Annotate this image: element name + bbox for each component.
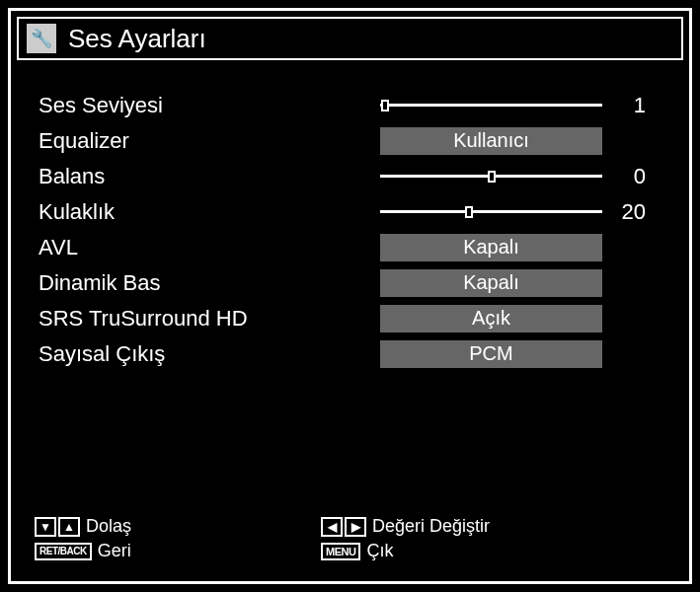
hint-exit-label: Çık — [366, 541, 393, 561]
sound-settings-icon: 🔧 — [27, 24, 56, 53]
title-bar: 🔧 Ses Ayarları — [17, 17, 683, 60]
down-arrow-icon: ▼ — [35, 517, 56, 537]
footer-hints: ▼ ▲ Dolaş RET/BACK Geri ◀ ▶ Değeri Değiş… — [35, 516, 665, 561]
menu-frame: 🔧 Ses Ayarları Ses Seviyesi 1 Equalizer … — [8, 8, 692, 584]
hint-exit: MENU Çık — [321, 541, 490, 561]
slider-thumb[interactable] — [465, 206, 473, 218]
hint-back-label: Geri — [98, 541, 131, 561]
row-equalizer[interactable]: Equalizer Kullanıcı — [35, 123, 665, 158]
row-headphone[interactable]: Kulaklık 20 — [35, 194, 665, 229]
row-srs[interactable]: SRS TruSurround HD Açık — [35, 301, 665, 335]
label-volume: Ses Seviyesi — [35, 93, 380, 118]
label-dynbass: Dinamik Bas — [35, 270, 380, 296]
value-balance: 0 — [602, 164, 652, 189]
slider-track — [380, 104, 602, 107]
page-title: Ses Ayarları — [68, 24, 206, 54]
slider-headphone[interactable] — [380, 210, 602, 213]
hint-change-label: Değeri Değiştir — [372, 516, 490, 537]
row-dynbass[interactable]: Dinamik Bas Kapalı — [35, 265, 665, 300]
hint-change: ◀ ▶ Değeri Değiştir — [321, 516, 490, 537]
up-arrow-icon: ▲ — [58, 517, 80, 537]
slider-balance[interactable] — [380, 175, 602, 178]
settings-list: Ses Seviyesi 1 Equalizer Kullanıcı Balan… — [17, 60, 683, 382]
row-balance[interactable]: Balans 0 — [35, 159, 665, 193]
option-dynbass[interactable]: Kapalı — [380, 269, 602, 297]
label-srs: SRS TruSurround HD — [35, 306, 380, 332]
value-headphone: 20 — [602, 199, 652, 225]
slider-thumb[interactable] — [488, 171, 496, 183]
retback-key-icon: RET/BACK — [35, 543, 92, 560]
option-avl[interactable]: Kapalı — [380, 234, 602, 261]
slider-volume[interactable] — [380, 104, 602, 107]
label-headphone: Kulaklık — [35, 199, 380, 225]
right-arrow-icon: ▶ — [345, 517, 366, 537]
slider-thumb[interactable] — [381, 100, 389, 111]
hint-navigate-label: Dolaş — [86, 516, 131, 537]
option-equalizer[interactable]: Kullanıcı — [380, 127, 602, 155]
left-arrow-icon: ◀ — [321, 517, 343, 537]
value-volume: 1 — [602, 93, 652, 118]
menu-key-icon: MENU — [321, 543, 360, 560]
label-digital: Sayısal Çıkış — [35, 341, 380, 367]
option-srs[interactable]: Açık — [380, 305, 602, 333]
option-digital[interactable]: PCM — [380, 340, 602, 368]
label-balance: Balans — [35, 164, 380, 189]
row-digital[interactable]: Sayısal Çıkış PCM — [35, 336, 665, 371]
hint-navigate: ▼ ▲ Dolaş — [35, 516, 321, 537]
slider-track — [380, 210, 602, 213]
hint-back: RET/BACK Geri — [35, 541, 321, 561]
slider-track — [380, 175, 602, 178]
row-volume[interactable]: Ses Seviyesi 1 — [35, 88, 665, 122]
row-avl[interactable]: AVL Kapalı — [35, 230, 665, 264]
label-avl: AVL — [35, 235, 380, 260]
label-equalizer: Equalizer — [35, 128, 380, 154]
